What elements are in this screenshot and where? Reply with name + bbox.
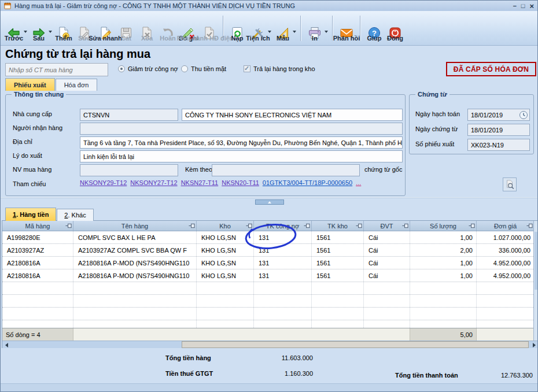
column-header[interactable]: Kho xyxy=(197,221,254,231)
chevron-down-icon[interactable] xyxy=(268,31,271,35)
cell[interactable] xyxy=(477,320,535,328)
cell[interactable]: 1561 xyxy=(312,244,364,256)
cell[interactable] xyxy=(410,308,477,320)
supplier-code-field[interactable]: CTSNVN xyxy=(80,109,178,121)
cell[interactable] xyxy=(73,282,197,294)
cell[interactable] xyxy=(312,320,364,328)
cell[interactable] xyxy=(197,320,254,328)
horizontal-scrollbar[interactable] xyxy=(2,341,538,348)
column-header[interactable]: Tên hàng xyxy=(73,221,197,231)
cell[interactable] xyxy=(364,282,410,294)
cell[interactable]: COMPL SVC BAX L HE PA xyxy=(73,231,197,243)
checkbox-tra-lai-hang-trong-kho[interactable]: Trả lại hàng trong kho xyxy=(244,65,315,72)
chevron-down-icon[interactable] xyxy=(49,31,52,35)
cell[interactable]: A2180816A P-MOD (NS7S490HNG110 xyxy=(73,257,197,269)
cell[interactable] xyxy=(73,308,197,320)
date-picker-clock-icon[interactable] xyxy=(519,110,528,120)
cell[interactable]: Cái xyxy=(364,269,410,282)
cell[interactable]: 131 xyxy=(254,257,312,269)
minimize-button[interactable]: – xyxy=(513,3,517,9)
reference-link[interactable]: NKSONY29-T12 xyxy=(80,179,127,186)
tab-phieu-xuat[interactable]: Phiếu xuất xyxy=(5,78,55,91)
cell[interactable] xyxy=(2,308,73,320)
reference-link[interactable]: NKSONY27-T12 xyxy=(130,179,177,186)
column-header[interactable]: Số lượng xyxy=(410,221,477,231)
voucher-no-field[interactable]: XK023-N19 xyxy=(467,139,530,151)
buyer-field[interactable] xyxy=(80,164,178,176)
cell[interactable]: A2180816A xyxy=(2,257,73,269)
cell[interactable]: A2103927AZ xyxy=(2,244,73,256)
print-button[interactable]: In xyxy=(304,13,329,44)
cell[interactable]: 131 xyxy=(254,231,312,243)
cell[interactable] xyxy=(73,320,197,328)
cell[interactable] xyxy=(254,282,312,294)
posting-date-field[interactable]: 18/01/2019 xyxy=(467,109,530,121)
column-header[interactable]: TK kho xyxy=(312,221,364,231)
maximize-button[interactable]: □ xyxy=(521,3,525,9)
address-field[interactable]: Tầng 6 và tầng 7, Tòa nhà President Plac… xyxy=(80,136,403,149)
cell[interactable] xyxy=(312,295,364,307)
view-attachment-button[interactable] xyxy=(503,177,517,191)
collapse-panel-button[interactable] xyxy=(255,199,284,205)
purchase-doc-search-input[interactable] xyxy=(5,63,108,76)
table-row[interactable]: A2180816AA2180816A P-MOD (NS7S490HNG110K… xyxy=(2,257,535,269)
cell[interactable] xyxy=(477,295,535,307)
cell[interactable] xyxy=(477,282,535,294)
table-row[interactable]: A2180816AA2180816A P-MOD (NS7S490HNG110K… xyxy=(2,269,535,282)
cell[interactable]: 1.027.000,00 xyxy=(477,231,535,243)
pin-icon[interactable] xyxy=(189,223,195,229)
cell[interactable] xyxy=(364,295,410,307)
cell[interactable] xyxy=(254,308,312,320)
vertical-scrollbar-thumb[interactable] xyxy=(535,232,538,290)
cell[interactable] xyxy=(73,295,197,307)
pin-icon[interactable] xyxy=(469,223,475,229)
close-app-button[interactable]: Đóng xyxy=(385,13,406,44)
cell[interactable] xyxy=(477,308,535,320)
cell[interactable] xyxy=(312,282,364,294)
vertical-scrollbar[interactable] xyxy=(533,221,538,341)
pin-icon[interactable] xyxy=(304,223,310,229)
cell[interactable]: KHO LG,SN xyxy=(197,244,254,256)
pin-icon[interactable] xyxy=(526,223,533,229)
chevron-down-icon[interactable] xyxy=(293,31,296,35)
cell[interactable]: KHO LG,SN xyxy=(197,269,254,282)
reference-link[interactable]: NKSN27-T11 xyxy=(181,179,219,186)
close-window-button[interactable]: × xyxy=(529,3,534,9)
cell[interactable]: 4.952.000,00 xyxy=(477,269,535,282)
radio-giam-tru-cong-no[interactable]: Giảm trừ công nợ xyxy=(118,65,178,72)
cell[interactable] xyxy=(364,308,410,320)
table-row[interactable]: A1998280ECOMPL SVC BAX L HE PAKHO LG,SN1… xyxy=(2,231,535,244)
document-date-field[interactable]: 18/01/2019 xyxy=(467,124,530,136)
reference-link[interactable]: 01GTKT3/004-TT/18P-0000650 xyxy=(263,179,352,186)
cell[interactable]: KHO LG,SN xyxy=(197,231,254,243)
cell[interactable]: A2180816A P-MOD (NS7S490HNG110 xyxy=(73,269,197,282)
cell[interactable]: 131 xyxy=(254,244,312,256)
quick-edit-button[interactable]: Sửa nhanh xyxy=(95,13,116,44)
cell[interactable] xyxy=(254,295,312,307)
cell[interactable] xyxy=(410,282,477,294)
reference-link[interactable]: ... xyxy=(356,179,361,186)
cell[interactable] xyxy=(197,282,254,294)
table-row[interactable] xyxy=(2,282,535,295)
pin-icon[interactable] xyxy=(65,223,72,229)
cell[interactable]: 1561 xyxy=(312,231,364,243)
chevron-down-icon[interactable] xyxy=(24,31,27,35)
cell[interactable] xyxy=(2,320,73,328)
cell[interactable]: 1,00 xyxy=(410,257,477,269)
tab-khac[interactable]: 2. Khác xyxy=(57,209,93,221)
column-header[interactable]: ĐVT xyxy=(364,221,410,231)
cell[interactable]: Cái xyxy=(364,244,410,256)
reason-field[interactable]: Linh kiện lỗi trả lại xyxy=(80,150,403,162)
cell[interactable] xyxy=(197,295,254,307)
next-button[interactable]: Sau xyxy=(28,13,53,44)
cell[interactable]: 131 xyxy=(254,269,312,282)
cell[interactable]: 336.000,00 xyxy=(477,244,535,256)
cell[interactable] xyxy=(2,295,73,307)
cell[interactable]: Cái xyxy=(364,231,410,243)
pin-icon[interactable] xyxy=(246,223,252,229)
cell[interactable] xyxy=(410,295,477,307)
table-row[interactable] xyxy=(2,320,535,328)
cell[interactable]: Cái xyxy=(364,257,410,269)
pin-icon[interactable] xyxy=(356,223,362,229)
utilities-button[interactable]: Tiện ích xyxy=(248,13,272,44)
